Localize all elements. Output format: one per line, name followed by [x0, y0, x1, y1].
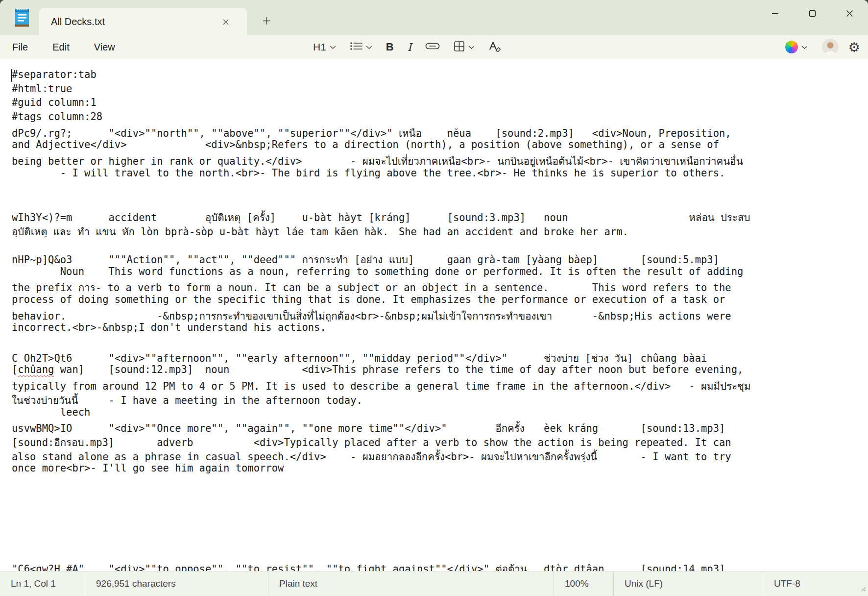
- copilot-icon: [785, 41, 798, 53]
- chevron-down-icon: [330, 43, 336, 51]
- editor-line: [12, 237, 868, 251]
- italic-icon: I: [408, 41, 412, 53]
- new-tab-button[interactable]: [259, 14, 274, 29]
- editor-line: [12, 546, 868, 561]
- chevron-down-icon: [801, 43, 808, 51]
- status-zoom[interactable]: 100%: [554, 571, 613, 596]
- editor-line: [12, 195, 868, 209]
- editor-line: leech: [12, 406, 868, 421]
- menu-view[interactable]: View: [94, 42, 115, 53]
- bold-button[interactable]: B: [382, 38, 398, 56]
- cursor-position-label: Ln 1, Col 1: [11, 578, 56, 589]
- copilot-dropdown[interactable]: [781, 38, 812, 56]
- editor-line: incorrect.<br>-&nbsp;I don't understand …: [12, 322, 868, 336]
- encoding-label: UTF-8: [774, 578, 800, 589]
- plus-icon: [263, 17, 271, 27]
- editor-line: [12, 519, 868, 533]
- titlebar: All Decks.txt: [0, 0, 868, 35]
- editor-line: #html:true: [12, 83, 868, 97]
- user-avatar[interactable]: [822, 39, 839, 55]
- menu-edit[interactable]: Edit: [52, 42, 69, 53]
- editor-line: [chûang wan] [sound:12.mp3] noun <div>Th…: [12, 364, 868, 378]
- editor-line: #tags column:28: [12, 111, 868, 125]
- link-icon: [425, 41, 440, 53]
- minimize-icon: [772, 10, 779, 19]
- tab-close-icon[interactable]: [219, 16, 232, 28]
- editor-line: Noun This word functions as a noun, refe…: [12, 266, 868, 280]
- resize-grip[interactable]: [860, 584, 867, 595]
- editor-line: dPc9/.rg?; "<div>""north"", ""above"", "…: [12, 125, 868, 139]
- editor-line: #separator:tab: [12, 69, 868, 83]
- editor-line: อุบัติเหตุ และ ทำ แขน หัก lòn bprà-sòp u…: [12, 224, 868, 238]
- notepad-app-icon: [14, 7, 30, 28]
- clear-formatting-button[interactable]: [484, 38, 506, 56]
- status-bar: Ln 1, Col 1 926,951 characters Plain tex…: [0, 571, 868, 596]
- table-dropdown[interactable]: [449, 38, 479, 56]
- settings-gear-icon[interactable]: ⚙: [848, 41, 860, 54]
- link-button[interactable]: [421, 38, 444, 56]
- editor-line: also stand alone as a phrase in casual s…: [12, 448, 868, 463]
- minimize-button[interactable]: [756, 0, 794, 28]
- maximize-icon: [809, 10, 816, 19]
- character-count-label: 926,951 characters: [96, 578, 176, 589]
- italic-button[interactable]: I: [403, 38, 416, 56]
- text-editor[interactable]: #separator:tab#html:true#guid column:1#t…: [0, 59, 868, 571]
- editor-line: behavior. -&nbsp;การกระทำของเขาเป็นสิ่งท…: [12, 308, 868, 322]
- format-toolbar: H1 B I: [309, 35, 506, 59]
- text-cursor: [11, 69, 12, 82]
- editor-line: [sound:อีกรอบ.mp3] adverb <div>Typically…: [12, 434, 868, 448]
- list-dropdown[interactable]: [345, 38, 377, 56]
- editor-line: once more<br>- I'll go see him again tom…: [12, 462, 868, 476]
- document-tab[interactable]: All Decks.txt: [39, 8, 247, 35]
- editor-line: usvwBMQ>IO "<div>""Once more"", ""again"…: [12, 420, 868, 434]
- chevron-down-icon: [468, 43, 475, 51]
- editor-line: #guid column:1: [12, 97, 868, 111]
- editor-line: typically from around 12 PM to 4 or 5 PM…: [12, 378, 868, 392]
- editor-line: being better or higher in rank or qualit…: [12, 153, 868, 167]
- notepad-window: All Decks.txt: [0, 0, 868, 596]
- close-icon: [846, 10, 853, 19]
- editor-line: "C6<qw?H_#A" "<div>""to oppose"", ""to r…: [12, 561, 868, 571]
- window-controls: [756, 0, 868, 28]
- table-icon: [454, 41, 465, 54]
- zoom-level-label: 100%: [565, 578, 589, 589]
- heading-label: H1: [313, 41, 326, 53]
- document-type-label: Plain text: [279, 578, 317, 589]
- editor-line: ในช่วงบ่ายวันนี้ - I have a meeting in t…: [12, 392, 868, 406]
- clear-formatting-icon: [488, 40, 502, 54]
- editor-line: - I will travel to the north.<br>- The b…: [12, 167, 868, 181]
- editor-line: the prefix การ- to a verb to form a noun…: [12, 279, 868, 294]
- editor-line: [12, 491, 868, 505]
- chevron-down-icon: [366, 43, 372, 51]
- editor-line: nHP~p]Q&o3 """Action"", ""act"", ""deed"…: [12, 251, 868, 266]
- close-button[interactable]: [831, 0, 868, 28]
- maximize-button[interactable]: [794, 0, 831, 28]
- line-ending-label: Unix (LF): [625, 578, 663, 589]
- editor-line: process of doing something or the specif…: [12, 294, 868, 308]
- status-character-count: 926,951 characters: [85, 571, 268, 596]
- status-document-type: Plain text: [268, 571, 554, 596]
- editor-line: C_Oh2T>Qt6 "<div>""afternoon"", ""early …: [12, 350, 868, 364]
- editor-line: [12, 504, 868, 519]
- editor-line: [12, 533, 868, 547]
- editor-line: [12, 181, 868, 196]
- editor-line: [12, 336, 868, 350]
- bullet-list-icon: [350, 41, 362, 53]
- toolbar: File Edit View H1: [0, 35, 868, 59]
- status-line-ending[interactable]: Unix (LF): [613, 571, 763, 596]
- editor-line: wIh3Y<)?=m accident อุบัติเหตุ [ครั้ง] u…: [12, 209, 868, 224]
- tab-title: All Decks.txt: [51, 16, 105, 27]
- bold-icon: B: [386, 41, 394, 53]
- heading-dropdown[interactable]: H1: [309, 38, 340, 56]
- toolbar-right: ⚙: [781, 35, 860, 59]
- status-encoding[interactable]: UTF-8: [763, 571, 868, 596]
- editor-line: and Adjective</div> <div>&nbsp;Refers to…: [12, 139, 868, 153]
- editor-line: [12, 476, 868, 491]
- menubar: File Edit View: [12, 35, 115, 59]
- editor-lines: #separator:tab#html:true#guid column:1#t…: [0, 59, 868, 571]
- menu-file[interactable]: File: [12, 42, 28, 53]
- status-cursor-position: Ln 1, Col 1: [0, 571, 85, 596]
